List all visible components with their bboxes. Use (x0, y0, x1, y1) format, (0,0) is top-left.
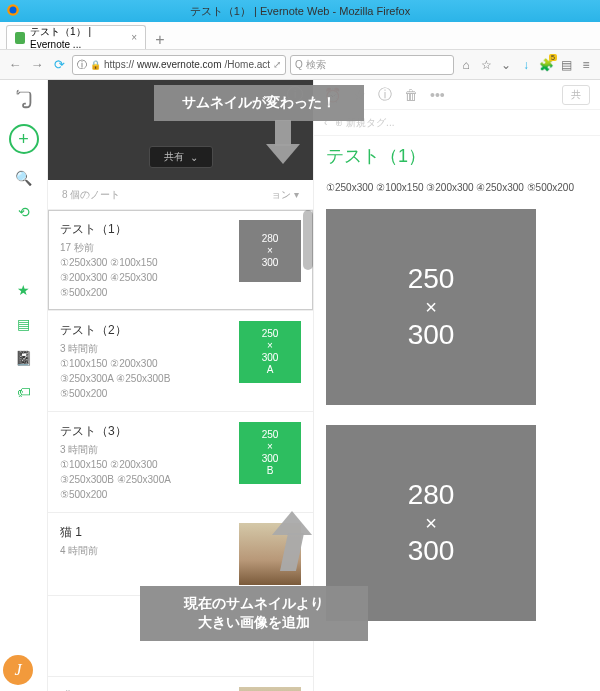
detail-toolbar: ⏰ ☆ ⓘ 🗑 ••• 共 (314, 80, 600, 110)
new-tab-button[interactable]: + (150, 31, 170, 49)
evernote-favicon (15, 32, 25, 44)
browser-tab[interactable]: テスト（1） | Evernote ... × (6, 25, 146, 49)
search-placeholder: 検索 (306, 58, 326, 72)
detail-image-2[interactable]: 280×300 (326, 425, 536, 621)
note-info-icon[interactable]: ⓘ (378, 86, 392, 104)
home-icon[interactable]: ⌂ (458, 57, 474, 73)
lock-icon: 🔒 (90, 60, 101, 70)
search-rail-icon[interactable]: 🔍 (14, 168, 34, 188)
search-icon: Q (295, 59, 303, 70)
pocket-icon[interactable]: ⌄ (498, 57, 514, 73)
library-icon[interactable]: ▤ (558, 57, 574, 73)
note-thumbnail: 250×300B (239, 422, 301, 484)
detail-title[interactable]: テスト（1） (314, 136, 600, 176)
workchat-icon[interactable]: ⟲ (14, 202, 34, 222)
firefox-icon (6, 3, 20, 17)
identity-icon[interactable]: ⓘ (77, 58, 87, 72)
note-thumbnail (239, 687, 301, 691)
downloads-icon[interactable]: ↓ (518, 57, 534, 73)
back-icon[interactable]: ‹ (324, 117, 327, 128)
note-item[interactable]: 猫 3 4 時間前 (48, 676, 313, 691)
note-detail-panel: ⏰ ☆ ⓘ 🗑 ••• 共 ‹ ⊕ 新規タグ... テスト（1） ①250x30… (314, 80, 600, 691)
svg-point-1 (10, 7, 17, 14)
expand-icon[interactable]: ⤢ (273, 59, 281, 70)
bookmark-star-icon[interactable]: ☆ (478, 57, 494, 73)
note-title: テスト（1） (60, 220, 229, 238)
note-time: 17 秒前 (60, 240, 229, 255)
note-time: 4 時間前 (60, 543, 229, 558)
tag-row: ‹ ⊕ 新規タグ... (314, 110, 600, 136)
note-title: 猫 3 (60, 687, 229, 691)
reload-button[interactable]: ⟳ (50, 56, 68, 74)
url-host: www.evernote.com (137, 59, 221, 70)
options-dropdown[interactable]: ョン ▾ (271, 188, 299, 202)
note-list: テスト（1） 17 秒前 ①250x300 ②100x150 ③200x300 … (48, 210, 313, 691)
address-bar[interactable]: ⓘ 🔒 https://www.evernote.com/Home.act ⤢ (72, 55, 286, 75)
notes-icon[interactable]: ▤ (14, 314, 34, 334)
note-thumbnail: 280×300 (239, 220, 301, 282)
corner-badge-icon: J (3, 655, 33, 685)
note-time: 3 時間前 (60, 341, 229, 356)
note-list-panel: i 共有⌄ 8 個のノート ョン ▾ テスト（1） 17 秒前 ①250x300… (48, 80, 314, 691)
window-title: テスト（1） | Evernote Web - Mozilla Firefox (190, 4, 410, 19)
notebook-share-button[interactable]: 共有⌄ (149, 146, 213, 168)
note-thumbnail (239, 523, 301, 585)
evernote-logo-icon[interactable] (13, 88, 35, 110)
tab-label: テスト（1） | Evernote ... (30, 25, 126, 50)
url-path: /Home.act (225, 59, 271, 70)
shortcut-star-icon[interactable]: ☆ (353, 87, 366, 103)
search-bar[interactable]: Q 検索 (290, 55, 454, 75)
detail-body-text[interactable]: ①250x300 ②100x150 ③200x300 ④250x300 ⑤500… (314, 176, 600, 199)
trash-icon[interactable]: 🗑 (404, 87, 418, 103)
left-rail: + 🔍 ⟲ ★ ▤ 📓 🏷 (0, 80, 48, 691)
addon-icon[interactable]: 🧩 (538, 57, 554, 73)
tab-strip: テスト（1） | Evernote ... × + (0, 22, 600, 50)
forward-button: → (28, 56, 46, 74)
app-root: + 🔍 ⟲ ★ ▤ 📓 🏷 i 共有⌄ 8 個のノート ョン ▾ テスト（1） … (0, 80, 600, 691)
tags-icon[interactable]: 🏷 (14, 382, 34, 402)
note-title: テスト（3） (60, 422, 229, 440)
note-title: 猫 1 (60, 523, 229, 541)
note-list-subheader: 8 個のノート ョン ▾ (48, 180, 313, 210)
detail-images: 250×300 280×300 (314, 199, 600, 631)
detail-image-1[interactable]: 250×300 (326, 209, 536, 405)
new-tag-field[interactable]: ⊕ 新規タグ... (335, 116, 394, 130)
note-title: テスト（2） (60, 321, 229, 339)
reminder-icon[interactable]: ⏰ (324, 87, 341, 103)
more-icon[interactable]: ••• (430, 87, 445, 103)
window-titlebar: テスト（1） | Evernote Web - Mozilla Firefox (0, 0, 600, 22)
shortcuts-star-icon[interactable]: ★ (14, 280, 34, 300)
note-item[interactable]: テスト（3） 3 時間前 ①100x150 ②200x300 ③250x300B… (48, 412, 313, 513)
back-button[interactable]: ← (6, 56, 24, 74)
hamburger-menu-icon[interactable]: ≡ (578, 57, 594, 73)
tab-close-icon[interactable]: × (131, 32, 137, 43)
info-icon[interactable]: i (287, 86, 303, 102)
note-thumbnail: 250×300A (239, 321, 301, 383)
note-item[interactable]: テスト（2） 3 時間前 ①100x150 ②200x300 ③250x300A… (48, 311, 313, 412)
url-scheme: https:// (104, 59, 134, 70)
scrollbar-thumb[interactable] (303, 210, 313, 270)
new-note-button[interactable]: + (9, 124, 39, 154)
note-item[interactable]: 猫 1 4 時間前 (48, 513, 313, 596)
detail-share-button[interactable]: 共 (562, 85, 590, 105)
note-time: 3 時間前 (60, 442, 229, 457)
url-toolbar: ← → ⟳ ⓘ 🔒 https://www.evernote.com/Home.… (0, 50, 600, 80)
notebook-header: i 共有⌄ (48, 80, 313, 180)
notebooks-icon[interactable]: 📓 (14, 348, 34, 368)
chevron-down-icon: ⌄ (190, 152, 198, 163)
note-item[interactable]: テスト（1） 17 秒前 ①250x300 ②100x150 ③200x300 … (48, 210, 313, 311)
note-count: 8 個のノート (62, 188, 120, 202)
